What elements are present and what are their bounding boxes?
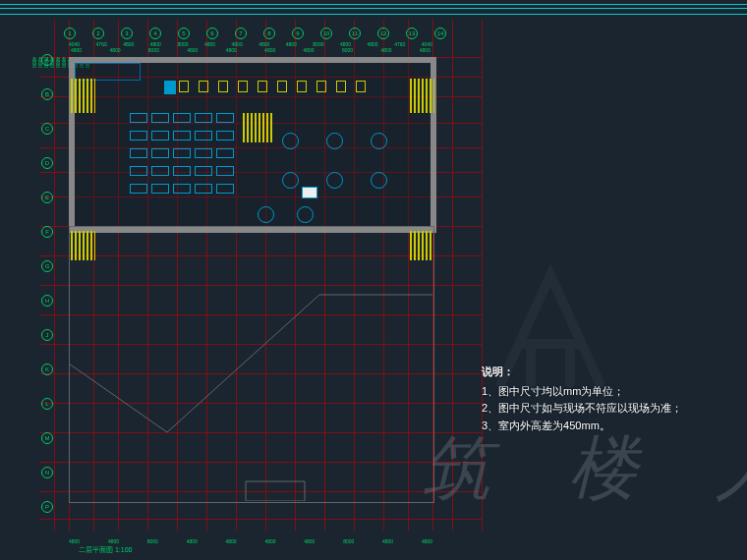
dimension-value: 8000 (147, 538, 158, 544)
axis-bubble: 7 (235, 28, 247, 39)
equipment-icon (199, 81, 208, 92)
dimension-value: 8000 (148, 47, 159, 53)
stair-ne-icon (410, 79, 434, 113)
podium-icon (302, 187, 317, 198)
dimension-value: 4800 (49, 57, 55, 519)
axis-bubble: 6 (206, 28, 218, 39)
dimension-row-bottom: 4800480080004800480048004800800048004800 (69, 538, 432, 544)
seat-icon (173, 131, 191, 140)
dimension-value: 8000 (43, 57, 49, 519)
stair-nw-icon (71, 79, 95, 113)
dimension-value: 4800 (71, 47, 82, 53)
dimension-value: 4800 (380, 47, 391, 53)
seat-icon (130, 148, 147, 158)
axis-bubble: 3 (121, 28, 133, 39)
dimension-value: 8000 (342, 47, 353, 53)
gridline-horizontal (39, 519, 482, 520)
dimension-value: 4800 (264, 538, 275, 544)
drawing-title: 二层平面图 1:100 (79, 545, 132, 555)
equipment-icon (218, 81, 228, 92)
round-table-icon (326, 133, 343, 149)
seat-icon (216, 184, 234, 194)
seat-icon (130, 113, 147, 123)
equipment-icon (336, 81, 346, 92)
dimension-value: 4800 (304, 538, 315, 544)
dimension-value: 4800 (55, 57, 61, 519)
dimension-value: 4800 (226, 538, 237, 544)
fixture-icon (164, 81, 176, 94)
round-table-icon (282, 133, 299, 149)
axis-bubble: 10 (320, 28, 332, 39)
dimension-value: 8000 (343, 538, 354, 544)
dimension-value: 4800 (226, 47, 237, 53)
seat-icon (151, 166, 169, 176)
dimension-value: 4800 (187, 538, 198, 544)
watermark-text: 筑 楼 人 (423, 422, 747, 515)
seat-icon (216, 148, 234, 158)
seat-icon (195, 148, 212, 158)
watermark-logo-icon (462, 246, 639, 422)
seat-icon (151, 131, 169, 140)
dimension-value: 4800 (31, 57, 37, 519)
equipment-icon (316, 81, 326, 92)
dimension-value: 4800 (108, 538, 119, 544)
axis-bubble: 4 (149, 28, 161, 39)
axis-bubble: 1 (64, 28, 76, 39)
dimension-value: 4800 (422, 538, 432, 544)
dimension-value: 4800 (69, 538, 80, 544)
seat-icon (151, 184, 169, 194)
seat-icon (151, 148, 169, 158)
seat-icon (173, 148, 191, 158)
axis-bubble: 13 (406, 28, 418, 39)
round-table-icon (282, 172, 299, 189)
equipment-icon (258, 81, 267, 92)
axis-bubble: 5 (178, 28, 190, 39)
seat-icon (173, 184, 191, 194)
axis-bubble: 14 (434, 28, 446, 39)
cad-canvas[interactable]: 1234567891011121314 ABCDEFGHJKLMNP 40404… (0, 0, 747, 560)
equipment-icon (277, 81, 287, 92)
round-table-icon (297, 206, 314, 223)
axis-bubble: 9 (292, 28, 304, 39)
seat-icon (173, 166, 191, 176)
dimension-value: 4800 (37, 57, 43, 519)
seat-icon (195, 113, 212, 123)
round-table-icon (371, 172, 387, 189)
seat-icon (195, 184, 212, 194)
seat-icon (173, 113, 191, 123)
equipment-icon (179, 81, 189, 92)
dimension-value: 4800 (187, 47, 198, 53)
equipment-icon (238, 81, 248, 92)
dimension-value: 4800 (109, 47, 120, 53)
stair-center-icon (243, 113, 272, 142)
axis-bubble: 12 (377, 28, 389, 39)
building-outline-upper (69, 57, 436, 233)
guide-line-top2 (0, 8, 747, 9)
seat-icon (216, 131, 234, 140)
axis-bubble: 2 (92, 28, 104, 39)
dimension-value: 4800 (61, 57, 67, 519)
lower-diagonal-lines (69, 226, 432, 501)
round-table-icon (326, 172, 343, 189)
seat-icon (151, 113, 169, 123)
seat-icon (130, 166, 147, 176)
seat-icon (195, 131, 212, 140)
equipment-icon (297, 81, 307, 92)
seat-icon (130, 184, 147, 194)
seat-icon (130, 131, 147, 140)
dimension-value: 4800 (304, 47, 315, 53)
seat-icon (216, 113, 234, 123)
guide-line-top3 (0, 14, 747, 15)
axis-bubble: 8 (263, 28, 275, 39)
dimension-row-lower: 4800480080004800480048004800800048004800 (69, 47, 432, 53)
dimension-value: 4800 (420, 47, 431, 53)
dimension-value: 4800 (264, 47, 275, 53)
equipment-icon (356, 81, 366, 92)
round-table-icon (258, 206, 274, 223)
seat-icon (195, 166, 212, 176)
guide-line-top1 (0, 4, 747, 5)
dimension-value: 4800 (382, 538, 393, 544)
axis-bubble: 11 (349, 28, 361, 39)
round-table-icon (371, 133, 387, 149)
seat-icon (216, 166, 234, 176)
